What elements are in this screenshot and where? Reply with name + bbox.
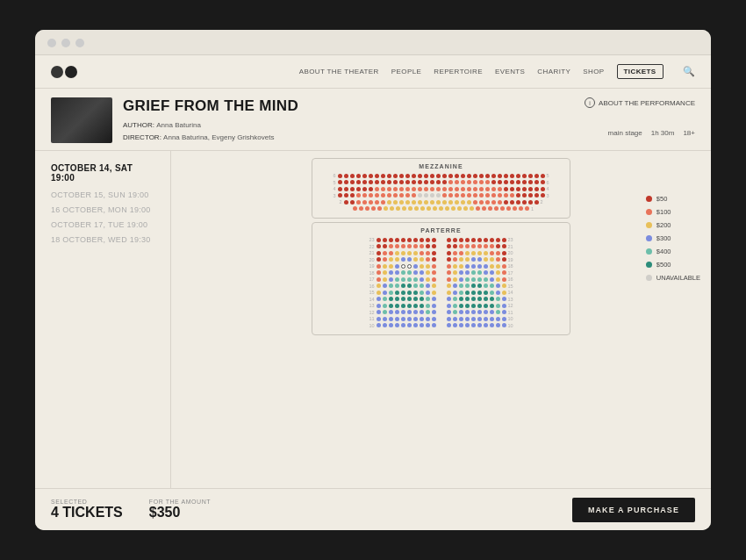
seat[interactable] bbox=[459, 257, 463, 262]
seat[interactable] bbox=[383, 291, 387, 295]
seat[interactable] bbox=[473, 193, 477, 197]
seat[interactable] bbox=[399, 180, 404, 184]
seat[interactable] bbox=[413, 310, 418, 314]
seat[interactable] bbox=[488, 206, 492, 211]
seat[interactable] bbox=[413, 323, 418, 327]
seat[interactable] bbox=[407, 270, 412, 275]
seat[interactable] bbox=[407, 238, 412, 242]
seat[interactable] bbox=[453, 238, 457, 242]
seat[interactable] bbox=[459, 323, 463, 327]
seat[interactable] bbox=[381, 180, 385, 184]
seat[interactable] bbox=[436, 200, 441, 205]
seat[interactable] bbox=[381, 187, 385, 191]
seat[interactable] bbox=[389, 317, 393, 321]
nav-repertoire[interactable]: REPERTOIRE bbox=[434, 68, 483, 75]
seat[interactable] bbox=[534, 193, 539, 197]
seat[interactable] bbox=[496, 297, 500, 301]
seat[interactable] bbox=[432, 264, 436, 269]
seat[interactable] bbox=[528, 187, 533, 191]
seat[interactable] bbox=[459, 270, 463, 275]
seat[interactable] bbox=[399, 200, 404, 205]
seat[interactable] bbox=[498, 187, 502, 191]
seat[interactable] bbox=[424, 180, 428, 184]
seat[interactable] bbox=[476, 206, 480, 211]
date-oct15[interactable]: OCTOBER 15, SUN 19:00 bbox=[51, 190, 154, 199]
seat[interactable] bbox=[387, 174, 391, 178]
seat[interactable] bbox=[453, 251, 457, 255]
seat[interactable] bbox=[389, 323, 393, 327]
seat[interactable] bbox=[407, 317, 412, 321]
seat[interactable] bbox=[344, 187, 348, 191]
seat[interactable] bbox=[484, 284, 488, 288]
seat[interactable] bbox=[522, 174, 527, 178]
seat[interactable] bbox=[393, 180, 398, 184]
seat[interactable] bbox=[401, 284, 405, 288]
seat[interactable] bbox=[510, 174, 514, 178]
seat[interactable] bbox=[389, 297, 393, 301]
seat[interactable] bbox=[490, 244, 494, 248]
seat[interactable] bbox=[471, 291, 476, 295]
seat[interactable] bbox=[498, 193, 502, 197]
seat[interactable] bbox=[502, 244, 506, 248]
seat[interactable] bbox=[453, 297, 457, 301]
seat[interactable] bbox=[381, 193, 385, 197]
seat[interactable] bbox=[383, 257, 387, 262]
seat[interactable] bbox=[377, 244, 381, 248]
nav-events[interactable]: EVENTS bbox=[495, 68, 525, 75]
seat[interactable] bbox=[461, 200, 465, 205]
seat[interactable] bbox=[375, 193, 379, 197]
seat[interactable] bbox=[387, 187, 391, 191]
seat[interactable] bbox=[459, 244, 463, 248]
seat[interactable] bbox=[401, 323, 405, 327]
seat[interactable] bbox=[420, 251, 424, 255]
seat[interactable] bbox=[448, 187, 453, 191]
seat[interactable] bbox=[413, 291, 418, 295]
seat[interactable] bbox=[427, 206, 431, 211]
seat[interactable] bbox=[405, 174, 410, 178]
seat[interactable] bbox=[393, 187, 398, 191]
seat[interactable] bbox=[491, 180, 496, 184]
seat[interactable] bbox=[407, 257, 412, 262]
seat[interactable] bbox=[442, 200, 447, 205]
seat[interactable] bbox=[453, 323, 457, 327]
seat[interactable] bbox=[401, 277, 405, 282]
seat[interactable] bbox=[455, 200, 459, 205]
seat[interactable] bbox=[448, 200, 453, 205]
seat[interactable] bbox=[426, 277, 430, 282]
seat[interactable] bbox=[496, 317, 500, 321]
seat[interactable] bbox=[490, 317, 494, 321]
seat[interactable] bbox=[504, 174, 508, 178]
seat[interactable] bbox=[401, 257, 405, 262]
seat[interactable] bbox=[418, 180, 422, 184]
seat[interactable] bbox=[383, 277, 387, 282]
seat[interactable] bbox=[407, 277, 412, 282]
seat[interactable] bbox=[401, 310, 405, 314]
seat[interactable] bbox=[350, 180, 355, 184]
seat[interactable] bbox=[453, 310, 457, 314]
seat[interactable] bbox=[387, 180, 391, 184]
seat[interactable] bbox=[467, 200, 471, 205]
seat[interactable] bbox=[516, 187, 520, 191]
seat[interactable] bbox=[377, 264, 381, 269]
seat[interactable] bbox=[383, 323, 387, 327]
seat[interactable] bbox=[407, 297, 412, 301]
seat[interactable] bbox=[459, 284, 463, 288]
seat[interactable] bbox=[502, 291, 506, 295]
seat[interactable] bbox=[413, 284, 418, 288]
seat[interactable] bbox=[471, 284, 476, 288]
seat[interactable] bbox=[484, 310, 488, 314]
seat[interactable] bbox=[465, 297, 470, 301]
seat[interactable] bbox=[383, 270, 387, 275]
seat[interactable] bbox=[375, 180, 379, 184]
seat[interactable] bbox=[534, 187, 539, 191]
seat[interactable] bbox=[447, 270, 451, 275]
seat[interactable] bbox=[498, 200, 502, 205]
nav-people[interactable]: PEOPLE bbox=[391, 68, 421, 75]
seat[interactable] bbox=[365, 206, 369, 211]
seat[interactable] bbox=[395, 244, 399, 248]
seat[interactable] bbox=[384, 206, 388, 211]
seat[interactable] bbox=[375, 187, 379, 191]
seat[interactable] bbox=[412, 174, 416, 178]
seat[interactable] bbox=[510, 200, 514, 205]
seat[interactable] bbox=[491, 174, 496, 178]
